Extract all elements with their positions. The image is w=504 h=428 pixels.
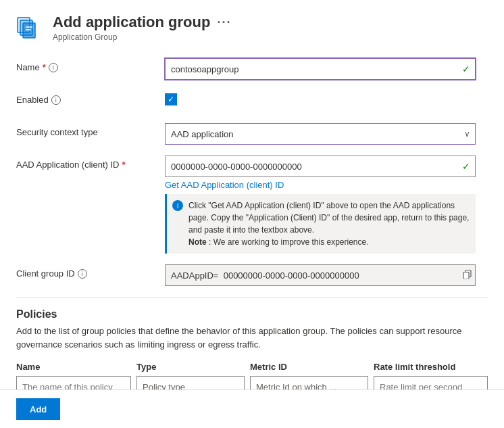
client-group-info-icon[interactable]: i (78, 269, 87, 279)
enabled-checkbox-wrapper: ✓ (165, 91, 476, 105)
name-control-area: ✓ (165, 58, 476, 80)
security-context-select-wrapper: AAD application ∨ (165, 123, 476, 145)
header-text: Add application group ··· Application Gr… (53, 14, 231, 42)
name-input[interactable] (165, 58, 476, 80)
main-form: Name * i ✓ Enabled i ✓ (16, 58, 488, 286)
aad-info-box: i Click "Get AAD Application (client) ID… (165, 194, 476, 254)
name-label: Name * i (16, 58, 165, 72)
security-context-row: Security context type AAD application ∨ (16, 123, 488, 145)
enabled-info-icon[interactable]: i (51, 95, 61, 105)
info-box-text: Click "Get AAD Application (client) ID" … (188, 199, 470, 248)
page-subtitle: Application Group (53, 32, 231, 42)
security-context-label: Security context type (16, 123, 165, 137)
checkbox-check: ✓ (168, 95, 174, 104)
required-indicator: * (43, 62, 46, 72)
page-header: Add application group ··· Application Gr… (16, 14, 488, 42)
col-rate-header: Rate limit threshold (374, 362, 488, 372)
aad-id-row: AAD Application (client) ID * ✓ Get AAD … (16, 156, 488, 254)
footer-bar: Add (0, 389, 504, 428)
name-info-icon[interactable]: i (49, 63, 58, 72)
col-name-header: Name (16, 362, 131, 372)
app-group-icon (16, 15, 43, 42)
policies-description: Add to the list of group policies that d… (16, 325, 476, 351)
client-group-row: Client group ID i (16, 264, 488, 286)
client-group-input-wrapper (165, 264, 476, 286)
client-group-input (165, 264, 476, 286)
policies-table-header: Name Type Metric ID Rate limit threshold (16, 362, 488, 372)
name-row: Name * i ✓ (16, 58, 488, 80)
info-box-icon: i (172, 200, 183, 211)
enabled-label: Enabled i (16, 91, 165, 105)
aad-id-input-wrapper: ✓ (165, 156, 476, 177)
page-title: Add application group ··· (53, 14, 231, 31)
security-context-control: AAD application ∨ (165, 123, 476, 145)
security-context-select[interactable]: AAD application (165, 123, 476, 145)
aad-required-indicator: * (122, 160, 125, 170)
enabled-control-area: ✓ (165, 91, 476, 105)
aad-id-label: AAD Application (client) ID * (16, 156, 165, 170)
name-check-icon: ✓ (462, 64, 470, 74)
divider (16, 297, 488, 298)
aad-id-check-icon: ✓ (462, 161, 470, 172)
name-input-wrapper: ✓ (165, 58, 476, 80)
client-group-control (165, 264, 476, 286)
aad-id-control-area: ✓ Get AAD Application (client) ID i Clic… (165, 156, 476, 254)
svg-rect-4 (23, 23, 35, 38)
col-type-header: Type (136, 362, 245, 372)
more-options-button[interactable]: ··· (217, 16, 231, 30)
col-metric-header: Metric ID (250, 362, 368, 372)
client-group-label: Client group ID i (16, 264, 165, 279)
get-aad-link[interactable]: Get AAD Application (client) ID (165, 180, 476, 190)
enabled-checkbox[interactable]: ✓ (165, 93, 177, 105)
enabled-row: Enabled i ✓ (16, 91, 488, 112)
policies-title: Policies (16, 308, 488, 320)
copy-icon[interactable] (463, 270, 472, 281)
add-button[interactable]: Add (16, 398, 60, 420)
svg-rect-9 (463, 272, 469, 279)
aad-id-input[interactable] (165, 156, 476, 177)
